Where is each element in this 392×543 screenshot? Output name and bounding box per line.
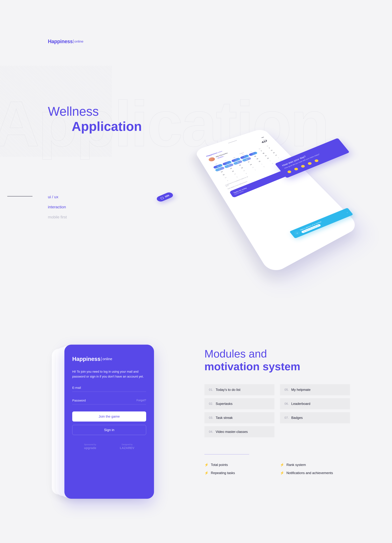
modules-divider [204, 454, 249, 454]
modules-section: Modules and motivation system 01.Today's… [204, 347, 350, 475]
tag-divider-line [7, 196, 33, 196]
feature-item: ⚡Repeating tasks [204, 471, 274, 475]
bolt-icon: ⚡ [204, 471, 209, 475]
module-number: 06. [285, 402, 289, 406]
login-card: Happiness online Hi! To join you need to… [64, 345, 154, 499]
module-item[interactable]: 01.Today's to do list [204, 384, 274, 395]
module-item[interactable]: 04.Video master-classes [204, 426, 274, 437]
module-label: Today's to do list [216, 388, 241, 392]
module-label: My helpmate [291, 388, 311, 392]
module-number: 05. [285, 388, 289, 391]
emoji-icon[interactable] [287, 170, 292, 174]
project-tags: ui / ux interaction mobile first [48, 195, 67, 225]
bolt-icon: ⚡ [280, 463, 284, 467]
join-button[interactable]: Join the game [72, 412, 146, 422]
bolt-icon: ⚡ [204, 463, 209, 467]
sponsored-label: Sponsored by [84, 443, 96, 446]
module-number: 03. [209, 416, 213, 419]
module-number: 07. [285, 416, 289, 419]
gift-value: 200 [164, 194, 170, 198]
sponsored-brand: upgrade [84, 446, 96, 450]
login-intro-text: Hi! To join you need to log in using you… [72, 369, 146, 379]
feature-item: ⚡Total points [204, 463, 274, 467]
password-field[interactable]: Password Forgot? [72, 399, 146, 404]
module-item[interactable]: 06.Leaderboard [280, 398, 350, 409]
designed-brand: LAZAREV [120, 446, 134, 450]
module-label: Video master-classes [216, 430, 248, 434]
hero-headline: Wellness Application [48, 105, 142, 134]
email-label: E-mail [72, 386, 81, 390]
modules-grid: 01.Today's to do list05.My helpmate02.Su… [204, 384, 350, 437]
emoji-icon[interactable] [294, 167, 299, 171]
module-number: 02. [209, 402, 213, 406]
avatar[interactable] [208, 157, 216, 162]
hamburger-menu-icon[interactable] [261, 137, 264, 138]
login-logo: Happiness online [72, 356, 146, 362]
module-label: Leaderboard [291, 402, 310, 406]
gift-icon [160, 197, 164, 200]
logo-main: Happiness [48, 39, 73, 44]
module-label: Badges [291, 416, 303, 420]
password-label: Password [72, 399, 86, 402]
logo-sub: online [74, 40, 84, 43]
forgot-link[interactable]: Forgot? [136, 399, 146, 402]
feature-label: Rank system [286, 463, 306, 467]
camera-icon: ◎ [294, 231, 300, 235]
feature-label: Notifications and achievements [286, 471, 333, 475]
modules-features: ⚡Total points⚡Rank system⚡Repeating task… [204, 463, 350, 475]
signin-button[interactable]: Sign in [72, 425, 146, 435]
feature-item: ⚡Notifications and achievements [280, 471, 350, 475]
module-number: 01. [209, 388, 213, 391]
designed-label: Designed by [120, 443, 134, 446]
tag-mobile-first: mobile first [48, 215, 67, 219]
module-item[interactable]: 05.My helpmate [280, 384, 350, 395]
login-mockup: Happiness online Hi! To join you need to… [64, 342, 157, 502]
emoji-icon[interactable] [314, 159, 319, 162]
module-label: Task streak [216, 416, 233, 420]
feature-label: Repeating tasks [211, 471, 235, 475]
feature-item: ⚡Rank system [280, 463, 350, 467]
feature-label: Total points [211, 463, 228, 467]
module-number: 04. [209, 430, 213, 434]
modules-title-line1: Modules and [204, 347, 350, 360]
module-item[interactable]: 02.Supertasks [204, 398, 274, 409]
bolt-icon: ⚡ [280, 471, 284, 475]
tasks-title: Tasks for today [233, 187, 247, 194]
gift-points-badge[interactable]: 200 [155, 191, 174, 203]
module-item[interactable]: 07.Badges [280, 412, 350, 423]
emoji-icon[interactable] [307, 162, 312, 165]
tag-interaction: interaction [48, 205, 67, 209]
phone-mockup: Happiness online Alla Klymenko 39 place … [193, 104, 347, 263]
module-item[interactable]: 03.Task streak [204, 412, 274, 423]
hero-line1: Wellness [48, 105, 142, 118]
hero-line2: Application [72, 119, 142, 134]
tag-uiux: ui / ux [48, 195, 67, 199]
login-footer: Sponsored by upgrade Designed by LAZAREV [72, 443, 146, 450]
chevron-right-icon[interactable]: › [346, 212, 348, 214]
logo-separator [73, 40, 74, 43]
brand-logo: Happiness online [48, 39, 84, 44]
emoji-icon[interactable] [300, 164, 305, 168]
modules-title-line2: motivation system [204, 360, 350, 373]
email-field[interactable]: E-mail [72, 386, 146, 392]
module-label: Supertasks [216, 402, 233, 406]
